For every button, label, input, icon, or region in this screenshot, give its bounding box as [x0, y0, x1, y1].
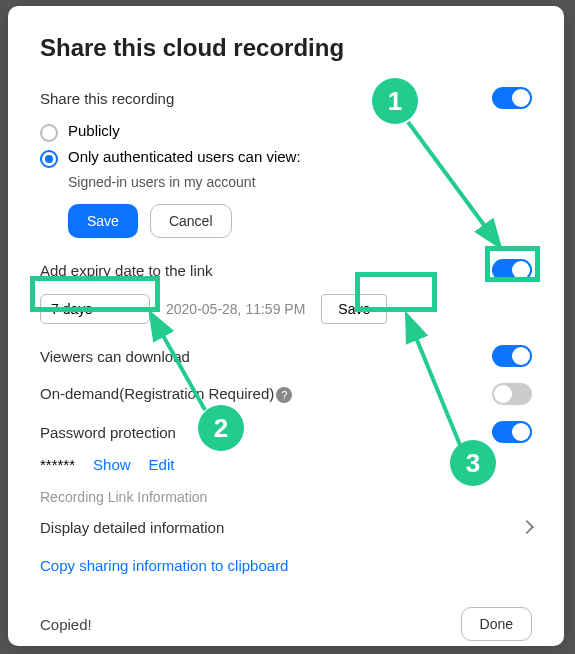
on-demand-label: On-demand(Registration Required)	[40, 385, 274, 402]
save-button[interactable]: Save	[68, 204, 138, 238]
radio-public-label: Publicly	[68, 122, 120, 139]
copy-info-row[interactable]: Copy sharing information to clipboard	[40, 551, 532, 579]
password-edit-link[interactable]: Edit	[149, 456, 175, 473]
password-row-header: Password protection	[40, 418, 532, 446]
expiry-row-header: Add expiry date to the link	[40, 256, 532, 284]
radio-public-circle[interactable]	[40, 124, 58, 142]
share-recording-row: Share this recording	[40, 84, 532, 112]
copy-info-link[interactable]: Copy sharing information to clipboard	[40, 557, 288, 574]
on-demand-toggle[interactable]	[492, 383, 532, 405]
expiry-select[interactable]: 7 days	[40, 294, 150, 324]
share-modal: Share this cloud recording Share this re…	[8, 6, 564, 646]
share-buttons: Save Cancel	[68, 204, 532, 238]
password-show-link[interactable]: Show	[93, 456, 131, 473]
expiry-controls: 7 days 2020-05-28, 11:59 PM Save	[40, 294, 532, 324]
share-radio-group: Publicly Only authenticated users can vi…	[40, 122, 532, 190]
expiry-toggle[interactable]	[492, 259, 532, 281]
expiry-save-button[interactable]: Save	[321, 294, 387, 324]
cancel-button[interactable]: Cancel	[150, 204, 232, 238]
share-recording-toggle[interactable]	[492, 87, 532, 109]
viewers-download-label: Viewers can download	[40, 348, 190, 365]
expiry-label: Add expiry date to the link	[40, 262, 213, 279]
radio-public[interactable]: Publicly	[40, 122, 532, 142]
modal-title: Share this cloud recording	[40, 34, 532, 62]
display-detailed-label: Display detailed information	[40, 519, 224, 536]
radio-auth-sub: Signed-in users in my account	[68, 174, 532, 190]
viewers-download-toggle[interactable]	[492, 345, 532, 367]
expiry-select-value: 7 days	[51, 301, 92, 317]
viewers-download-row: Viewers can download	[40, 342, 532, 370]
footer-row: Copied! Done	[40, 607, 532, 641]
radio-auth[interactable]: Only authenticated users can view:	[40, 148, 532, 168]
link-info-heading: Recording Link Information	[40, 489, 532, 505]
password-toggle[interactable]	[492, 421, 532, 443]
done-button[interactable]: Done	[461, 607, 532, 641]
password-label: Password protection	[40, 424, 176, 441]
on-demand-row: On-demand(Registration Required)?	[40, 380, 532, 408]
radio-auth-circle[interactable]	[40, 150, 58, 168]
password-masked: ******	[40, 456, 75, 473]
password-controls: ****** Show Edit	[40, 456, 532, 473]
help-icon[interactable]: ?	[276, 387, 292, 403]
on-demand-label-wrap: On-demand(Registration Required)?	[40, 385, 292, 403]
chevron-down-icon	[129, 307, 139, 312]
chevron-right-icon	[520, 520, 534, 534]
copied-status: Copied!	[40, 616, 92, 633]
display-detailed-row[interactable]: Display detailed information	[40, 513, 532, 541]
radio-auth-label: Only authenticated users can view:	[68, 148, 301, 165]
expiry-timestamp: 2020-05-28, 11:59 PM	[166, 301, 305, 317]
share-recording-label: Share this recording	[40, 90, 174, 107]
